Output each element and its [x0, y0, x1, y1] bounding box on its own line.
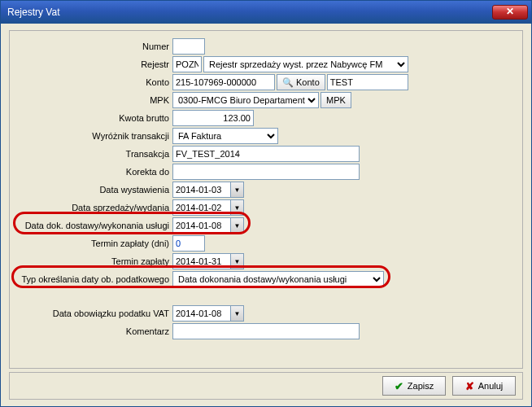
footer: ✔ Zapisz ✘ Anuluj [9, 372, 523, 400]
termin-zap-field[interactable]: ▼ [172, 253, 244, 269]
numer-input[interactable] [172, 38, 205, 55]
label-data-wyst: Data wystawienia [10, 185, 172, 195]
typ-okr-select[interactable]: Data dokonania dostawy/wykonania usługi [172, 271, 384, 287]
konto-button[interactable]: 🔍 Konto [277, 74, 325, 90]
data-dok-input[interactable] [173, 218, 230, 233]
save-button[interactable]: ✔ Zapisz [382, 376, 446, 396]
label-data-sprz: Data sprzedaży/wydania [10, 203, 172, 212]
data-vat-field[interactable]: ▼ [172, 305, 244, 322]
wyroznik-select[interactable]: FA Faktura [172, 128, 278, 144]
form-panel: Numer Rejestr Rejestr sprzedaży wyst. pr… [9, 30, 523, 369]
chevron-down-icon[interactable]: ▼ [230, 306, 243, 321]
label-korekta: Korekta do [10, 167, 172, 177]
data-dok-field[interactable]: ▼ [172, 217, 244, 234]
label-data-vat: Data obowiązku podatku VAT [10, 309, 172, 318]
window: Rejestry Vat ✕ Numer Rejestr Rejestr spr… [0, 0, 532, 407]
data-wyst-field[interactable]: ▼ [172, 182, 244, 198]
label-transakcja: Transakcja [10, 149, 172, 159]
konto-input[interactable] [172, 74, 275, 90]
rejestr-code-input[interactable] [172, 56, 202, 72]
titlebar: Rejestry Vat ✕ [1, 1, 531, 24]
chevron-down-icon[interactable]: ▼ [230, 182, 243, 197]
label-rejestr: Rejestr [10, 59, 172, 69]
label-data-dok: Data dok. dostawy/wykonania usługi [10, 221, 172, 230]
chevron-down-icon[interactable]: ▼ [230, 200, 243, 215]
content: Numer Rejestr Rejestr sprzedaży wyst. pr… [1, 24, 531, 406]
korekta-input[interactable] [172, 164, 360, 180]
label-termin-dni: Termin zapłaty (dni) [10, 239, 172, 248]
termin-dni-input[interactable] [172, 235, 205, 252]
label-konto: Konto [10, 77, 172, 87]
kwota-brutto-input[interactable] [172, 110, 254, 126]
label-typ-okr: Typ określania daty ob. podatkowego [10, 274, 172, 284]
lookup-icon: 🔍 [282, 77, 294, 88]
label-termin-zap: Termin zapłaty [10, 256, 172, 266]
termin-zap-input[interactable] [173, 254, 230, 269]
transakcja-input[interactable] [172, 146, 360, 162]
komentarz-input[interactable] [172, 323, 360, 339]
mpk-select[interactable]: 0300-FMCG Biuro Departamentu [172, 92, 319, 108]
close-button[interactable]: ✕ [492, 5, 528, 20]
konto-name-input[interactable] [327, 74, 408, 90]
label-numer: Numer [10, 42, 172, 51]
data-sprz-field[interactable]: ▼ [172, 199, 244, 216]
label-wyroznik: Wyróżnik transakcji [10, 131, 172, 141]
label-mpk: MPK [10, 95, 172, 105]
rejestr-select[interactable]: Rejestr sprzedaży wyst. przez Nabywcę FM [203, 56, 408, 72]
data-sprz-input[interactable] [173, 200, 230, 215]
chevron-down-icon[interactable]: ▼ [230, 254, 243, 269]
window-title: Rejestry Vat [7, 7, 492, 18]
cancel-button[interactable]: ✘ Anuluj [452, 376, 516, 396]
cross-icon: ✘ [465, 380, 474, 392]
data-wyst-input[interactable] [173, 182, 230, 197]
label-kwota-brutto: Kwota brutto [10, 113, 172, 123]
data-vat-input[interactable] [173, 306, 230, 321]
label-komentarz: Komentarz [10, 326, 172, 336]
mpk-button[interactable]: MPK [321, 92, 351, 108]
chevron-down-icon[interactable]: ▼ [230, 218, 243, 233]
check-icon: ✔ [395, 380, 403, 392]
